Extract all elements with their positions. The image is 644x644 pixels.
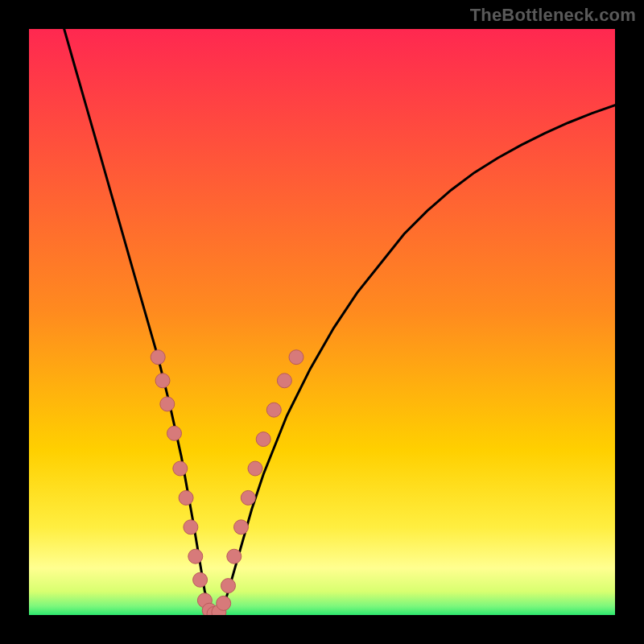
curve-dot [151,350,165,365]
curve-dot [179,490,193,505]
curve-dot [193,572,208,587]
curve-dot [289,350,303,365]
chart-frame: TheBottleneck.com [0,0,644,644]
curve-dot [217,596,231,610]
curve-dot [248,461,262,476]
curve-dot [241,490,255,505]
curve-dot [173,461,188,476]
curve-dot [256,432,270,447]
curve-dot [160,397,175,411]
curve-dot [221,579,236,593]
watermark-text: TheBottleneck.com [470,5,636,26]
curve-dot [167,426,182,440]
bottleneck-chart [29,29,615,615]
curve-dot [227,549,242,564]
curve-dot [266,402,281,417]
curve-dot [277,374,291,388]
plot-area [29,29,615,615]
gradient-background [29,29,615,615]
curve-dot [184,520,198,535]
curve-dot [155,374,170,388]
curve-dot [234,520,249,535]
curve-dot [188,549,203,564]
